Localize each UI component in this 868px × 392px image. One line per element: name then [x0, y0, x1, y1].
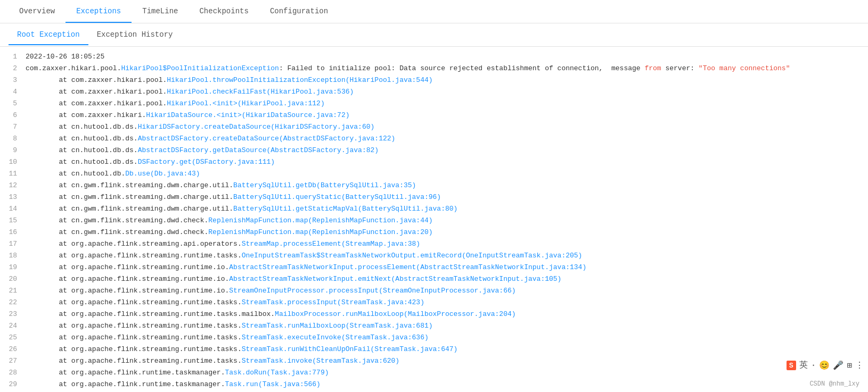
- line-number: 28: [0, 367, 26, 379]
- line-number: 24: [0, 320, 26, 332]
- line-number: 21: [0, 285, 26, 297]
- line-content: at org.apache.flink.streaming.runtime.ta…: [26, 355, 868, 367]
- line-content: at cn.gwm.flink.streaming.dwm.charge.uti…: [26, 180, 868, 191]
- code-line: 15 at cn.gwm.flink.streaming.dwd.check.R…: [0, 215, 868, 227]
- line-content: at cn.hutool.db.ds.AbstractDSFactory.get…: [26, 145, 868, 156]
- line-content: at org.apache.flink.streaming.runtime.ta…: [26, 308, 868, 320]
- line-content: at cn.hutool.db.Db.use(Db.java:43): [26, 168, 868, 180]
- line-content: at org.apache.flink.streaming.api.operat…: [26, 238, 868, 250]
- code-line: 21 at org.apache.flink.streaming.runtime…: [0, 285, 868, 297]
- code-line: 16 at cn.gwm.flink.streaming.dwd.check.R…: [0, 227, 868, 238]
- code-line: 9 at cn.hutool.db.ds.AbstractDSFactory.g…: [0, 145, 868, 156]
- tab-checkpoints[interactable]: Checkpoints: [189, 1, 259, 23]
- code-line: 8 at cn.hutool.db.ds.AbstractDSFactory.c…: [0, 133, 868, 145]
- line-content: at com.zaxxer.hikari.pool.HikariPool.<in…: [26, 98, 868, 110]
- line-number: 13: [0, 191, 26, 203]
- line-content: at cn.hutool.db.ds.HikariDSFactory.creat…: [26, 121, 868, 133]
- code-line: 2com.zaxxer.hikari.pool.HikariPool$PoolI…: [0, 63, 868, 74]
- line-content: at org.apache.flink.streaming.runtime.ta…: [26, 344, 868, 355]
- line-number: 25: [0, 332, 26, 344]
- code-line: 12022-10-26 18:05:25: [0, 51, 868, 63]
- tab-exception-history[interactable]: Exception History: [88, 25, 182, 45]
- line-number: 9: [0, 145, 26, 156]
- tab-exceptions[interactable]: Exceptions: [65, 1, 132, 23]
- line-content: at org.apache.flink.runtime.taskmanager.…: [26, 379, 868, 390]
- line-number: 23: [0, 308, 26, 320]
- line-number: 22: [0, 297, 26, 308]
- code-line: 4 at com.zaxxer.hikari.pool.HikariPool.c…: [0, 86, 868, 98]
- line-number: 16: [0, 227, 26, 238]
- line-number: 29: [0, 379, 26, 390]
- line-content: at cn.gwm.flink.streaming.dwd.check.Repl…: [26, 215, 868, 227]
- line-content: at org.apache.flink.streaming.runtime.ta…: [26, 332, 868, 344]
- code-line: 5 at com.zaxxer.hikari.pool.HikariPool.<…: [0, 98, 868, 110]
- line-number: 19: [0, 262, 26, 273]
- csdn-toolbar: S 英 · 😊 🎤 ⊞ ⋮: [787, 360, 864, 371]
- line-number: 12: [0, 180, 26, 191]
- line-number: 14: [0, 203, 26, 215]
- tab-root-exception[interactable]: Root Exception: [9, 25, 88, 45]
- line-number: 7: [0, 121, 26, 133]
- grid-icon[interactable]: ⊞: [847, 360, 852, 371]
- code-line: 28 at org.apache.flink.runtime.taskmanag…: [0, 367, 868, 379]
- code-line: 18 at org.apache.flink.streaming.runtime…: [0, 250, 868, 262]
- line-number: 1: [0, 51, 26, 63]
- line-number: 15: [0, 215, 26, 227]
- line-content: at cn.gwm.flink.streaming.dwm.charge.uti…: [26, 191, 868, 203]
- sub-tab-bar: Root Exception Exception History: [0, 23, 868, 47]
- code-line: 14 at cn.gwm.flink.streaming.dwm.charge.…: [0, 203, 868, 215]
- mic-icon[interactable]: 🎤: [833, 360, 844, 371]
- dot-icon: ·: [811, 361, 816, 370]
- code-line: 27 at org.apache.flink.streaming.runtime…: [0, 355, 868, 367]
- line-number: 17: [0, 238, 26, 250]
- line-number: 27: [0, 355, 26, 367]
- line-number: 2: [0, 63, 26, 74]
- exception-code-area: 12022-10-26 18:05:252com.zaxxer.hikari.p…: [0, 47, 868, 392]
- tab-configuration[interactable]: Configuration: [259, 1, 339, 23]
- code-line: 6 at com.zaxxer.hikari.HikariDataSource.…: [0, 110, 868, 121]
- code-line: 13 at cn.gwm.flink.streaming.dwm.charge.…: [0, 191, 868, 203]
- line-content: at cn.gwm.flink.streaming.dwm.charge.uti…: [26, 203, 868, 215]
- code-line: 10 at cn.hutool.db.ds.DSFactory.get(DSFa…: [0, 156, 868, 168]
- line-number: 5: [0, 98, 26, 110]
- line-number: 11: [0, 168, 26, 180]
- code-line: 23 at org.apache.flink.streaming.runtime…: [0, 308, 868, 320]
- line-content: at com.zaxxer.hikari.pool.HikariPool.thr…: [26, 74, 868, 86]
- line-content: at org.apache.flink.runtime.taskmanager.…: [26, 367, 868, 379]
- code-line: 20 at org.apache.flink.streaming.runtime…: [0, 273, 868, 285]
- line-number: 26: [0, 344, 26, 355]
- lang-icon[interactable]: 英: [799, 360, 808, 371]
- code-line: 19 at org.apache.flink.streaming.runtime…: [0, 262, 868, 273]
- line-content: at com.zaxxer.hikari.pool.HikariPool.che…: [26, 86, 868, 98]
- code-line: 3 at com.zaxxer.hikari.pool.HikariPool.t…: [0, 74, 868, 86]
- line-number: 8: [0, 133, 26, 145]
- code-line: 26 at org.apache.flink.streaming.runtime…: [0, 344, 868, 355]
- top-navigation: Overview Exceptions TimeLine Checkpoints…: [0, 0, 868, 23]
- code-line: 24 at org.apache.flink.streaming.runtime…: [0, 320, 868, 332]
- csdn-logo: S: [787, 361, 796, 370]
- line-number: 3: [0, 74, 26, 86]
- line-content: at com.zaxxer.hikari.HikariDataSource.<i…: [26, 110, 868, 121]
- line-number: 6: [0, 110, 26, 121]
- line-number: 10: [0, 156, 26, 168]
- code-line: 11 at cn.hutool.db.Db.use(Db.java:43): [0, 168, 868, 180]
- code-line: 17 at org.apache.flink.streaming.api.ope…: [0, 238, 868, 250]
- line-content: at org.apache.flink.streaming.runtime.ta…: [26, 297, 868, 308]
- code-line: 25 at org.apache.flink.streaming.runtime…: [0, 332, 868, 344]
- face-icon[interactable]: 😊: [819, 360, 830, 371]
- line-number: 20: [0, 273, 26, 285]
- line-content: com.zaxxer.hikari.pool.HikariPool$PoolIn…: [26, 63, 868, 74]
- tab-overview[interactable]: Overview: [9, 1, 65, 23]
- code-line: 29 at org.apache.flink.runtime.taskmanag…: [0, 379, 868, 390]
- line-content: at cn.hutool.db.ds.AbstractDSFactory.cre…: [26, 133, 868, 145]
- tab-timeline[interactable]: TimeLine: [132, 1, 189, 23]
- line-number: 4: [0, 86, 26, 98]
- line-content: at cn.gwm.flink.streaming.dwd.check.Repl…: [26, 227, 868, 238]
- line-content: at org.apache.flink.streaming.runtime.io…: [26, 285, 868, 297]
- line-content: 2022-10-26 18:05:25: [26, 51, 868, 63]
- line-content: at org.apache.flink.streaming.runtime.io…: [26, 273, 868, 285]
- code-line: 7 at cn.hutool.db.ds.HikariDSFactory.cre…: [0, 121, 868, 133]
- line-content: at org.apache.flink.streaming.runtime.ta…: [26, 250, 868, 262]
- more-icon[interactable]: ⋮: [855, 360, 864, 371]
- line-content: at org.apache.flink.streaming.runtime.io…: [26, 262, 868, 273]
